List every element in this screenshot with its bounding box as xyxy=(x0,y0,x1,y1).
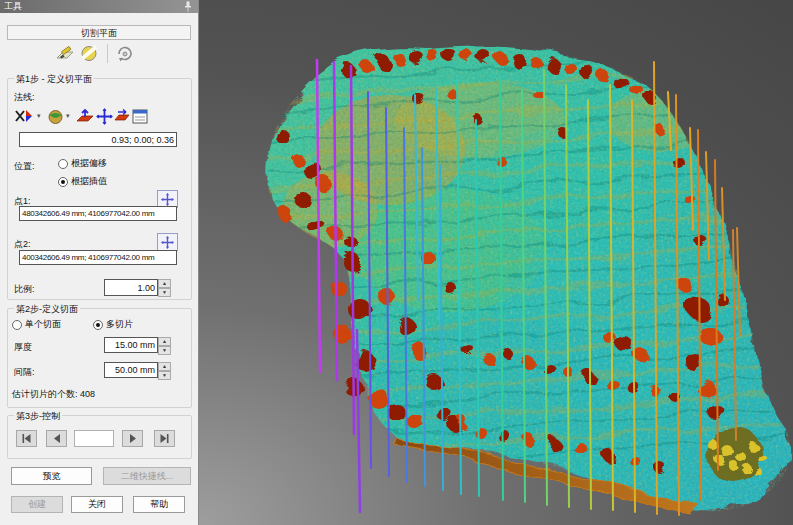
radio-by-offset[interactable]: 根据偏移 xyxy=(58,158,107,169)
point1-value-field[interactable]: 480342606.49 mm; 4106977042.00 mm xyxy=(19,206,177,221)
radio-single-section-label: 单个切面 xyxy=(25,318,61,331)
preview-button[interactable]: 预览 xyxy=(11,467,92,485)
interval-value-field[interactable]: 50.00 mm xyxy=(104,362,158,378)
point2-value-field[interactable]: 400342606.49 mm; 4106977042.00 mm xyxy=(19,250,177,265)
create-button[interactable]: 创建 xyxy=(11,496,63,513)
radio-by-interpolation-label: 根据插值 xyxy=(71,175,107,188)
values-dialog-icon[interactable] xyxy=(130,107,149,126)
radio-single-section[interactable]: 单个切面 xyxy=(12,319,61,330)
viewport-3d[interactable] xyxy=(199,0,793,525)
step1-label: 第1步 - 定义切平面 xyxy=(14,73,94,86)
interval-spinner-up-icon[interactable]: ▲ xyxy=(158,362,171,371)
scale-label: 比例: xyxy=(14,283,35,296)
point-cloud-scene xyxy=(199,0,793,525)
thickness-label: 厚度 xyxy=(14,341,32,354)
sphere-clip-icon[interactable] xyxy=(78,44,100,63)
help-button[interactable]: 帮助 xyxy=(133,496,185,513)
shortcut-2d-button[interactable]: 二维快捷线... xyxy=(103,467,191,485)
tools-panel: 工具 切割平面 第1步 - 定义切平面 法线: xyxy=(0,0,199,525)
plane-edit-icon[interactable] xyxy=(55,44,77,63)
radio-by-offset-label: 根据偏移 xyxy=(71,157,107,170)
interval-spinner-down-icon[interactable]: ▼ xyxy=(158,371,171,380)
normal-label: 法线: xyxy=(14,91,35,104)
scale-value-field[interactable]: 1.00 xyxy=(104,279,158,296)
radio-single-section-dot[interactable] xyxy=(12,320,22,330)
radio-multi-slice-label: 多切片 xyxy=(106,318,133,331)
move-cross-icon[interactable] xyxy=(95,107,114,126)
toolbar-separator xyxy=(107,44,108,63)
normal-axis-dropdown-icon[interactable]: ▾ xyxy=(37,112,41,120)
normal-sphere-dropdown-icon[interactable]: ▾ xyxy=(66,112,70,120)
plane-arrow-icon[interactable] xyxy=(75,107,94,126)
interval-spinner[interactable]: ▲▼ xyxy=(158,362,171,378)
last-slice-button[interactable] xyxy=(154,430,175,447)
plane-flip-icon[interactable] xyxy=(113,107,131,126)
pick-rotate-icon[interactable] xyxy=(114,44,136,63)
thickness-spinner[interactable]: ▲▼ xyxy=(158,337,171,353)
first-slice-button[interactable] xyxy=(16,430,37,447)
next-slice-button[interactable] xyxy=(122,430,143,447)
normal-value-field[interactable]: 0.93; 0.00; 0.36 xyxy=(19,132,177,147)
scale-spinner-down-icon[interactable]: ▼ xyxy=(158,288,171,297)
prev-slice-button[interactable] xyxy=(46,430,67,447)
thickness-spinner-up-icon[interactable]: ▲ xyxy=(158,337,171,346)
normal-sphere-icon[interactable] xyxy=(46,107,65,126)
normal-axis-icon[interactable] xyxy=(12,107,36,126)
step2-label: 第2步-定义切面 xyxy=(14,303,80,316)
rock-face-texture xyxy=(199,40,793,525)
step3-label: 第3步-控制 xyxy=(14,410,62,423)
thickness-value-field[interactable]: 15.00 mm xyxy=(104,337,158,353)
interval-label: 间隔: xyxy=(14,366,35,379)
radio-multi-slice[interactable]: 多切片 xyxy=(93,319,133,330)
slice-index-field[interactable] xyxy=(74,430,114,447)
slice-count-estimate: 估计切片的个数: 408 xyxy=(12,388,95,401)
radio-multi-slice-dot[interactable] xyxy=(93,320,103,330)
radio-by-interpolation-dot[interactable] xyxy=(58,177,68,187)
dialog-header: 切割平面 xyxy=(7,25,191,40)
radio-by-offset-dot[interactable] xyxy=(58,159,68,169)
scale-spinner-up-icon[interactable]: ▲ xyxy=(158,279,171,288)
scale-spinner[interactable]: ▲▼ xyxy=(158,279,171,296)
point2-pick-button[interactable] xyxy=(157,233,178,251)
close-button[interactable]: 关闭 xyxy=(71,496,123,513)
radio-by-interpolation[interactable]: 根据插值 xyxy=(58,176,107,187)
panel-title: 工具 xyxy=(4,1,22,11)
pin-icon[interactable] xyxy=(184,1,192,12)
position-label: 位置: xyxy=(14,160,35,173)
panel-titlebar[interactable]: 工具 xyxy=(0,0,198,13)
thickness-spinner-down-icon[interactable]: ▼ xyxy=(158,346,171,355)
